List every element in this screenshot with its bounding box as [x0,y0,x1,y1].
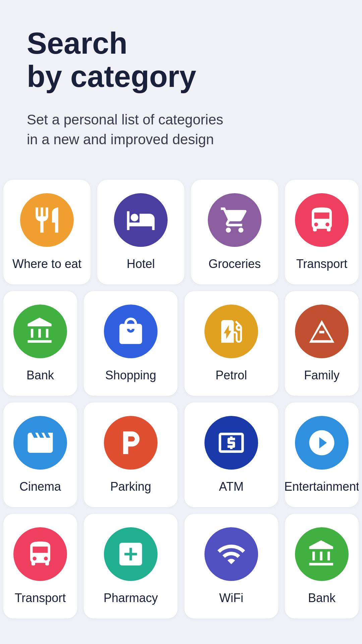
fuel-icon [216,316,246,346]
category-parking[interactable]: Parking [84,402,178,507]
cart-icon [220,205,250,235]
family-icon-circle [295,305,349,358]
category-pharmacy[interactable]: Pharmacy [84,514,178,619]
atm-label: ATM [219,480,243,494]
category-wifi[interactable]: WiFi [184,514,278,619]
entertainment-icon [307,428,337,458]
bus-icon [307,205,337,235]
film-icon [25,428,55,458]
category-row-4: Transport Pharmacy WiFi [0,511,362,622]
bank-label: Bank [26,368,54,382]
hero-title: Search by category [27,27,335,93]
tent-icon [307,316,337,346]
wifi-icon-circle [204,527,258,581]
plus-icon [116,539,146,569]
hotel-icon-circle [114,193,168,247]
pharmacy-label: Pharmacy [104,591,158,605]
category-bank-2[interactable]: Bank [285,514,359,619]
shopping-icon-circle [104,305,158,358]
bed-icon [126,205,156,235]
atm-icon [216,428,246,458]
parking-icon [116,428,146,458]
category-shopping[interactable]: Shopping [84,291,178,396]
petrol-icon-circle [204,305,258,358]
bank-icon [25,316,55,346]
category-cinema[interactable]: Cinema [3,402,77,507]
cinema-icon-circle [13,416,67,470]
bank2-label: Bank [308,591,336,605]
category-grid: Where to eat Hotel Groceries [0,170,362,629]
category-row-1: Where to eat Hotel Groceries [0,176,362,288]
bank-icon-circle [13,305,67,358]
transport-label: Transport [296,257,348,271]
category-hotel[interactable]: Hotel [97,180,184,284]
bus2-icon [25,539,55,569]
hero-section: Search by category Set a personal list o… [0,0,362,170]
category-groceries[interactable]: Groceries [191,180,278,284]
parking-label: Parking [110,480,151,494]
entertainment-label: Entertainment [285,480,359,494]
atm-icon-circle [204,416,258,470]
bank2-icon [307,539,337,569]
shopping-label: Shopping [105,368,156,382]
cinema-label: Cinema [19,480,61,494]
entertainment-icon-circle [295,416,349,470]
transport-icon-circle [295,193,349,247]
category-bank[interactable]: Bank [3,291,77,396]
category-atm[interactable]: ATM [184,402,278,507]
groceries-icon-circle [208,193,261,247]
transport2-label: Transport [15,591,66,605]
category-where-to-eat[interactable]: Where to eat [3,180,90,284]
wifi-icon [216,539,246,569]
groceries-label: Groceries [208,257,261,271]
category-transport[interactable]: Transport [285,180,359,284]
where-to-eat-label: Where to eat [12,257,81,271]
parking-icon-circle [104,416,158,470]
category-row-2: Bank Shopping Petrol [0,288,362,399]
bank2-icon-circle [295,527,349,581]
hotel-label: Hotel [127,257,155,271]
hero-subtitle: Set a personal list of categories in a n… [27,110,335,150]
category-row-3: Cinema Parking ATM [0,399,362,511]
family-label: Family [304,368,340,382]
where-to-eat-icon-circle [20,193,74,247]
transport2-icon-circle [13,527,67,581]
category-family[interactable]: Family [285,291,359,396]
fork-knife-icon [32,205,62,235]
category-entertainment[interactable]: Entertainment [285,402,359,507]
category-transport-2[interactable]: Transport [3,514,77,619]
bag-icon [116,316,146,346]
wifi-label: WiFi [219,591,243,605]
pharmacy-icon-circle [104,527,158,581]
category-petrol[interactable]: Petrol [184,291,278,396]
petrol-label: Petrol [216,368,247,382]
